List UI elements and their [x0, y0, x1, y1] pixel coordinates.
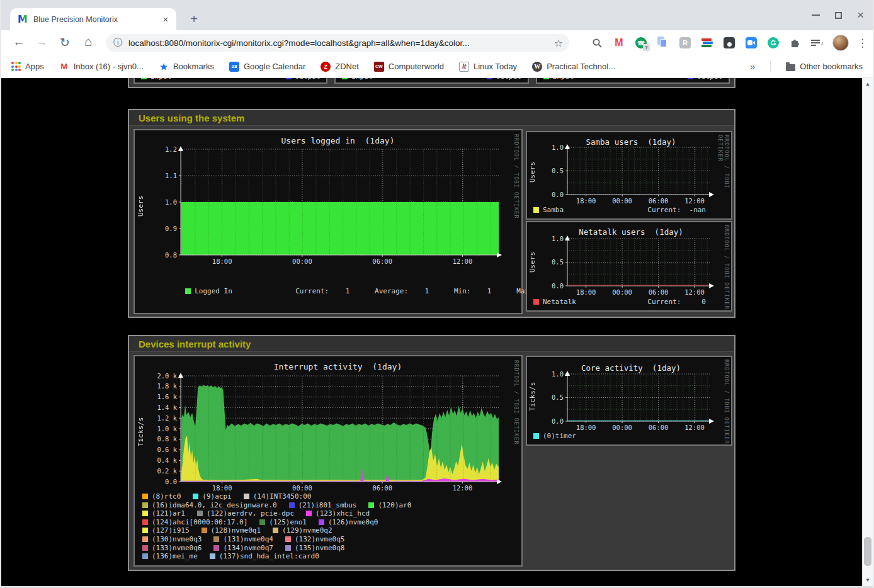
legend-item: (127)i915 [142, 526, 190, 534]
svg-text:1.0 k: 1.0 k [157, 425, 177, 433]
zoom-video-icon[interactable] [744, 36, 758, 50]
legend-swatch [259, 519, 265, 525]
rrdtool-watermark: RRDTOOL / TOBI OETIKER [724, 359, 730, 444]
svg-text:1.2: 1.2 [165, 145, 177, 153]
bookmark-computerworld[interactable]: CW Computerworld [374, 62, 444, 72]
library-books-icon[interactable] [700, 36, 714, 50]
chart-title: Netatalk users (1day) [559, 227, 703, 237]
bookmark-inbox[interactable]: M Inbox (16) - sjvn0... [59, 62, 144, 72]
gmail-icon[interactable]: M [612, 36, 626, 50]
site-info-icon[interactable]: ⓘ [113, 37, 122, 48]
legend-swatch [142, 545, 148, 551]
google-voice-icon[interactable]: ☎ ? [634, 36, 648, 50]
legend-label: (136)mei_me [152, 552, 198, 560]
samba-users-graph[interactable]: Samba users (1day) Users 0.00.51.018:000… [526, 131, 732, 220]
bookmark-linux-today[interactable]: lt Linux Today [459, 62, 517, 72]
legend-item: (133)nvme0q6 [142, 544, 201, 552]
legend-swatch [285, 536, 291, 542]
back-icon[interactable]: ← [11, 35, 26, 49]
users-logged-in-graph[interactable]: Users logged in (1day) Users 0.80.91.01.… [133, 129, 523, 314]
bookmark-star-icon[interactable]: ☆ [554, 37, 563, 49]
bookmark-practical-technology[interactable]: W Practical Technol... [532, 62, 615, 72]
legend-swatch [193, 494, 198, 499]
lamp-icon[interactable] [722, 36, 736, 50]
bookmark-bookmarks[interactable]: ★ Bookmarks [159, 62, 214, 72]
browser-tab[interactable]: M Blue Precision Monitorix × [10, 8, 176, 30]
apps-button[interactable]: Apps [11, 62, 44, 71]
cut-graph-legend: Input Output [543, 78, 722, 81]
legend-label: (135)nvme0q8 [295, 544, 344, 552]
svg-text:0.0: 0.0 [165, 478, 177, 485]
legend-swatch [273, 528, 278, 533]
home-icon[interactable]: ⌂ [81, 34, 96, 49]
other-bookmarks-label: Other bookmarks [800, 62, 863, 71]
maximize-icon[interactable] [835, 12, 842, 19]
legend-label: (0)timer [543, 432, 576, 440]
new-tab-button[interactable]: + [186, 12, 201, 27]
scroll-down-icon[interactable]: ▼ [863, 577, 873, 583]
netatalk-users-graph[interactable]: Netatalk users (1day) Users 0.00.51.018:… [526, 221, 732, 312]
other-bookmarks-button[interactable]: Other bookmarks [786, 62, 863, 71]
page-front [660, 39, 667, 47]
url-bar[interactable]: ⓘ localhost:8080/monitorix-cgi/monitorix… [106, 34, 569, 52]
tab-close-icon[interactable]: × [160, 14, 171, 25]
cut-graph-panel[interactable]: Input Output [536, 78, 730, 84]
legend-swatch [142, 528, 148, 533]
rrdtool-watermark: RRDTOOL / TOBI OETIKER [513, 360, 519, 445]
bookmark-label: Practical Technol... [547, 62, 615, 71]
rrdtool-watermark: RRDTOOL / TOBI OETIKER [717, 135, 730, 218]
music-note: ♪ [820, 40, 824, 47]
legend-label: (14)INT3450:00 [253, 492, 312, 500]
core-activity-graph[interactable]: Core activity (1day) Ticks/s 0.00.51.018… [526, 356, 732, 446]
legend-item: (16)idma64.0, i2c_designware.0 [142, 501, 277, 509]
playlist-icon[interactable]: ♪ [810, 36, 824, 50]
svg-text:06:00: 06:00 [649, 424, 669, 431]
svg-text:06:00: 06:00 [372, 257, 392, 265]
legend-label: (137)snd_hda_intel:card0 [219, 552, 319, 560]
legend-swatch [289, 502, 295, 508]
forward-icon[interactable]: → [34, 35, 49, 49]
legend-item: (120)ar0 [368, 501, 411, 509]
rrdtool-watermark: RRDTOOL / TOBI OETIKER [513, 134, 519, 219]
cut-graph-panel[interactable]: Input Output [133, 78, 327, 84]
bookmarks-overflow-chevron[interactable]: » [750, 61, 755, 72]
browser-menu-icon[interactable]: ⋮ [857, 37, 868, 50]
scrollbar[interactable]: ▲ ▼ [862, 78, 873, 586]
bookmark-label: Bookmarks [173, 62, 214, 71]
svg-text:18:00: 18:00 [576, 424, 596, 431]
legend-label: (127)i915 [152, 526, 190, 534]
legend-item: (123)xhci_hcd [306, 509, 370, 517]
samba-users-plot: 0.00.51.018:0000:0006:0012:00 [567, 147, 711, 195]
scroll-up-icon[interactable]: ▲ [863, 81, 873, 87]
folder-icon [786, 64, 795, 71]
playlist-lines [811, 40, 820, 46]
bookmark-label: Computerworld [389, 62, 444, 71]
bookmark-google-calendar[interactable]: 28 Google Calendar [229, 62, 305, 72]
reload-icon[interactable]: ↻ [57, 35, 72, 50]
svg-text:06:00: 06:00 [649, 197, 669, 205]
cut-graph-panel[interactable]: Input Output [334, 78, 528, 84]
close-icon[interactable]: × [857, 9, 864, 21]
bookmark-label: Inbox (16) - sjvn0... [74, 62, 144, 71]
url-text[interactable]: localhost:8080/monitorix-cgi/monitorix.c… [128, 38, 554, 48]
cut-graph-legend: Input Output [141, 78, 320, 81]
copy-pages-icon[interactable] [656, 36, 670, 50]
legend-swatch [533, 207, 539, 213]
legend-item: (134)nvme0q7 [213, 544, 273, 552]
r-extension-icon[interactable]: R [678, 36, 692, 50]
bookmark-zdnet[interactable]: Z ZDNet [321, 62, 359, 72]
svg-text:0.0: 0.0 [552, 417, 564, 425]
search-icon[interactable] [590, 36, 604, 50]
netatalk-users-plot: 0.00.51.018:0000:0006:0012:00 [567, 239, 711, 286]
scrollbar-thumb[interactable] [864, 537, 871, 566]
interrupt-activity-graph[interactable]: Interrupt activity (1day) Ticks/s 2.0 k1… [133, 355, 523, 567]
svg-text:0.8: 0.8 [165, 251, 177, 259]
minimize-icon[interactable] [812, 14, 820, 16]
svg-text:0.0: 0.0 [552, 282, 564, 290]
extensions-puzzle-icon[interactable] [788, 36, 802, 50]
legend-label: (131)nvme0q4 [223, 535, 273, 543]
grammarly-icon[interactable]: G [766, 36, 780, 50]
legend-label: (124)ahci[0000:00:17.0] [152, 518, 247, 526]
profile-avatar[interactable] [832, 35, 849, 51]
users-legend: Logged InCurrent: 1 Average: 1 Min: 1 Ma… [144, 279, 554, 303]
